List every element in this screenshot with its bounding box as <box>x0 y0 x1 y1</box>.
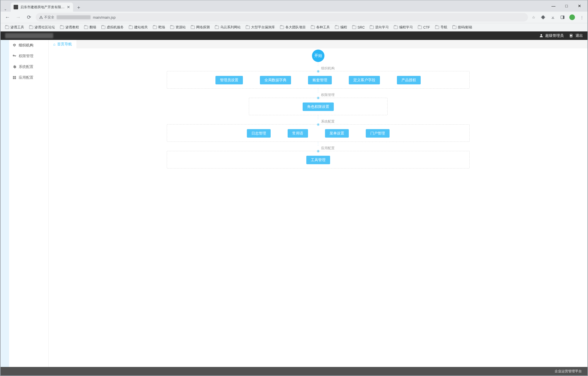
tab-title: 启东市建都房地产开发有限公司 <box>20 5 65 10</box>
sidebar-item-label: 权限管理 <box>19 54 33 59</box>
bookmark-item[interactable]: 渗透教程 <box>58 24 81 31</box>
bookmark-label: 逆向学习 <box>375 25 389 30</box>
footer-text: 企业运营管理平台 <box>555 369 582 374</box>
home-icon: ⌂ <box>53 42 55 46</box>
flow-action-button[interactable]: 常用语 <box>288 129 308 138</box>
bookmark-item[interactable]: 建站相关 <box>127 24 149 31</box>
folder-icon <box>394 26 398 29</box>
window-maximize[interactable]: □ <box>563 4 570 8</box>
window-close[interactable]: ✕ <box>576 4 583 8</box>
bookmark-item[interactable]: 网络探测 <box>189 24 211 31</box>
bookmark-label: 各种工具 <box>316 25 330 30</box>
bookmark-item[interactable]: 各种工具 <box>309 24 332 31</box>
bookmark-label: 渗透工具 <box>10 25 24 30</box>
nav-forward-button[interactable]: → <box>14 13 22 21</box>
folder-icon <box>60 26 64 29</box>
security-label: 不安全 <box>44 15 54 20</box>
app-window: 超级管理员 退出 组织机构 权限管理 系统配置 <box>1 31 587 375</box>
bookmark-item[interactable]: 虚拟机服务 <box>100 24 125 31</box>
security-indicator[interactable]: 不安全 <box>39 15 54 20</box>
folder-icon <box>29 26 33 29</box>
section-box-org: 管理员设置全局数据字典账套管理定义客户字段产品授权 <box>167 71 470 89</box>
bookmark-item[interactable]: 逆向学习 <box>368 24 390 31</box>
bookmark-label: 接码/邮箱 <box>458 25 472 30</box>
section-box-perm: 角色权限设置 <box>249 98 388 115</box>
logout-button[interactable]: 退出 <box>569 33 583 38</box>
side-panel-icon[interactable] <box>560 14 565 20</box>
profile-avatar[interactable] <box>569 14 575 20</box>
flow-action-button[interactable]: 日志管理 <box>247 129 271 138</box>
flow-action-button[interactable]: 产品授权 <box>397 76 421 84</box>
sidebar-item-org[interactable]: 组织机构 <box>9 40 48 51</box>
bookmark-label: 建站相关 <box>134 25 148 30</box>
nav-reload-button[interactable]: ⟳ <box>25 13 33 21</box>
url-redacted <box>57 15 91 19</box>
bookmark-label: 渗透教程 <box>65 25 79 30</box>
bookmark-label: CTF <box>423 25 430 29</box>
flow-canvas: 开始 组织机构 管理员设置全局数据字典账套管理定义客户字段产品授权 权限管理 角… <box>49 48 587 367</box>
bookmark-label: 大型平台漏洞库 <box>251 25 275 30</box>
flow-action-button[interactable]: 角色权限设置 <box>303 102 334 111</box>
user-role[interactable]: 超级管理员 <box>539 33 564 38</box>
folder-icon <box>246 26 250 29</box>
bookmark-star-icon[interactable]: ☆ <box>531 14 536 20</box>
bookmark-item[interactable]: 渗透社区论坛 <box>27 24 57 31</box>
flow-action-button[interactable]: 账套管理 <box>308 76 332 84</box>
flow-action-button[interactable]: 工具管理 <box>306 156 330 164</box>
downloads-icon[interactable] <box>550 14 556 20</box>
section-label-app: 应用配置 <box>321 146 335 151</box>
bookmark-label: 编程学习 <box>399 25 413 30</box>
folder-icon <box>335 26 339 29</box>
window-minimize[interactable]: — <box>549 4 557 8</box>
bookmark-item[interactable]: 接码/邮箱 <box>451 24 474 31</box>
bookmark-item[interactable]: 资源站 <box>168 24 187 31</box>
bookmark-label: 靶场 <box>158 25 165 30</box>
flow-action-button[interactable]: 全局数据字典 <box>260 76 291 84</box>
flow-start-label: 开始 <box>314 53 322 58</box>
bookmark-item[interactable]: 导航 <box>433 24 449 31</box>
bookmark-item[interactable]: 编程学习 <box>392 24 414 31</box>
flow-action-button[interactable]: 菜单设置 <box>325 129 349 138</box>
flow-action-button[interactable]: 定义客户字段 <box>349 76 380 84</box>
warning-icon <box>39 15 43 19</box>
menu-icon[interactable]: ⋮ <box>579 14 585 20</box>
sidebar-item-perm[interactable]: 权限管理 <box>9 51 48 61</box>
page-tabs: ⌂ 首页导航 <box>49 40 587 48</box>
section-box-app: 工具管理 <box>167 151 470 168</box>
org-icon <box>12 43 16 47</box>
bookmark-label: 渗透社区论坛 <box>35 25 55 30</box>
tab-home-nav[interactable]: ⌂ 首页导航 <box>49 40 76 48</box>
bookmark-item[interactable]: 大型平台漏洞库 <box>244 24 277 31</box>
bookmark-item[interactable]: 翻墙 <box>82 24 98 31</box>
extensions-icon[interactable] <box>540 14 546 20</box>
bookmark-item[interactable]: CTF <box>416 25 431 30</box>
folder-icon <box>101 26 105 29</box>
nav-back-button[interactable]: ← <box>3 13 11 21</box>
folder-icon <box>370 26 374 29</box>
bookmark-label: SRC <box>358 25 365 29</box>
folder-icon <box>452 26 456 29</box>
flow-action-button[interactable]: 管理员设置 <box>215 76 243 84</box>
new-tab-button[interactable]: + <box>75 4 83 12</box>
bookmark-item[interactable]: SRC <box>350 25 366 30</box>
app-footer: 企业运营管理平台 <box>1 367 587 375</box>
browser-tab[interactable]: 启东市建都房地产开发有限公司 ✕ <box>11 3 73 12</box>
flow-start[interactable]: 开始 <box>312 50 324 62</box>
bookmark-label: 资源站 <box>176 25 186 30</box>
bookmark-item[interactable]: 乌云系列网站 <box>213 24 242 31</box>
bookmark-item[interactable]: 编程 <box>333 24 349 31</box>
flow-action-button[interactable]: 门户管理 <box>366 129 390 138</box>
bookmark-item[interactable]: 渗透工具 <box>3 24 26 31</box>
tab-close-icon[interactable]: ✕ <box>67 5 70 9</box>
tab-favicon <box>14 5 18 9</box>
bookmark-item[interactable]: 各大团队项目 <box>278 24 307 31</box>
sidebar-item-label: 组织机构 <box>19 43 33 48</box>
tab-list-caret[interactable]: ⌄ <box>3 7 8 12</box>
bookmark-item[interactable]: 靶场 <box>151 24 167 31</box>
sidebar-item-sys[interactable]: 系统配置 <box>9 61 48 72</box>
sidebar: 组织机构 权限管理 系统配置 应用配置 <box>9 40 49 367</box>
folder-icon <box>311 26 315 29</box>
address-bar[interactable]: 不安全 main/main.jsp <box>36 13 528 22</box>
app-logo <box>5 33 53 38</box>
sidebar-item-app[interactable]: 应用配置 <box>9 72 48 83</box>
